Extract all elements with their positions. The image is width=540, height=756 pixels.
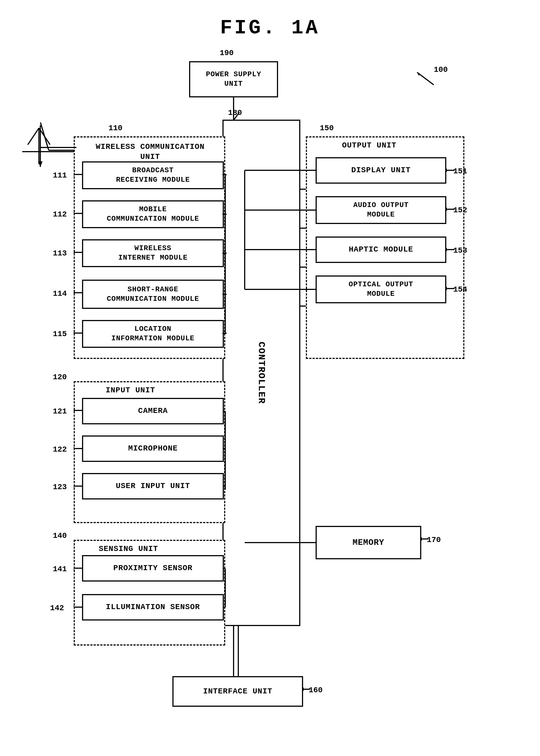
- svg-line-22: [28, 128, 39, 145]
- diagram: FIG. 1A: [0, 0, 540, 756]
- short-range-box: SHORT-RANGE COMMUNICATION MODULE: [82, 280, 224, 309]
- interface-box: INTERFACE UNIT: [172, 676, 303, 707]
- ref-150: 150: [320, 124, 334, 132]
- tick-151: [446, 167, 456, 209]
- ref-140: 140: [53, 531, 67, 540]
- ref-190: 190: [220, 49, 233, 57]
- ref-113: 113: [53, 249, 67, 258]
- camera-box: CAMERA: [82, 398, 224, 424]
- ref-112: 112: [53, 210, 67, 219]
- sensing-unit-label: SENSING UNIT: [99, 544, 158, 554]
- broadcast-box: BROADCAST RECEIVING MODULE: [82, 161, 224, 189]
- memory-box: MEMORY: [316, 526, 421, 559]
- controller-box: CONTROLLER: [222, 120, 300, 626]
- display-box: DISPLAY UNIT: [316, 157, 446, 184]
- ref-120: 120: [53, 373, 67, 381]
- svg-marker-20: [417, 72, 420, 76]
- ref-142: 142: [50, 604, 64, 613]
- figure-title: FIG. 1A: [220, 17, 320, 40]
- tick-115: [74, 330, 83, 372]
- tick-114: [74, 290, 83, 295]
- tick-123: [74, 483, 83, 525]
- ref-123: 123: [53, 483, 67, 491]
- tick-153: [446, 247, 456, 288]
- mobile-box: MOBILE COMMUNICATION MODULE: [82, 200, 224, 228]
- ref-141: 141: [53, 565, 67, 573]
- tick-160: [303, 686, 311, 728]
- input-unit-label: INPUT UNIT: [106, 385, 155, 395]
- tick-152: [446, 206, 456, 248]
- ref-180: 180: [228, 108, 242, 117]
- tick-112: [74, 211, 83, 216]
- output-unit-label: OUTPUT UNIT: [342, 140, 396, 150]
- user-input-box: USER INPUT UNIT: [82, 473, 224, 499]
- location-box: LOCATION INFORMATION MODULE: [82, 320, 224, 348]
- haptic-box: HAPTIC MODULE: [316, 237, 446, 263]
- ref-115: 115: [53, 330, 67, 338]
- svg-line-24: [22, 122, 49, 150]
- tick-111: [74, 172, 83, 177]
- illumination-box: ILLUMINATION SENSOR: [82, 594, 224, 621]
- power-supply-box: POWER SUPPLY UNIT: [189, 61, 278, 97]
- antenna-icon: [22, 122, 56, 167]
- microphone-box: MICROPHONE: [82, 436, 224, 462]
- tick-170: [421, 536, 429, 578]
- ref-122: 122: [53, 445, 67, 454]
- ref-110: 110: [108, 124, 122, 132]
- tick-113: [74, 250, 83, 255]
- ref-111: 111: [53, 171, 67, 180]
- ref-114: 114: [53, 289, 67, 298]
- ref-121: 121: [53, 407, 67, 416]
- optical-box: OPTICAL OUTPUT MODULE: [316, 276, 446, 303]
- proximity-box: PROXIMITY SENSOR: [82, 555, 224, 582]
- wireless-comm-label: WIRELESS COMMUNICATION UNIT: [86, 142, 214, 162]
- tick-142: [74, 604, 83, 646]
- audio-box: AUDIO OUTPUT MODULE: [316, 196, 446, 224]
- ref100-arrow: [414, 70, 437, 86]
- wireless-internet-box: WIRELESS INTERNET MODULE: [82, 239, 224, 267]
- tick-154: [446, 286, 456, 327]
